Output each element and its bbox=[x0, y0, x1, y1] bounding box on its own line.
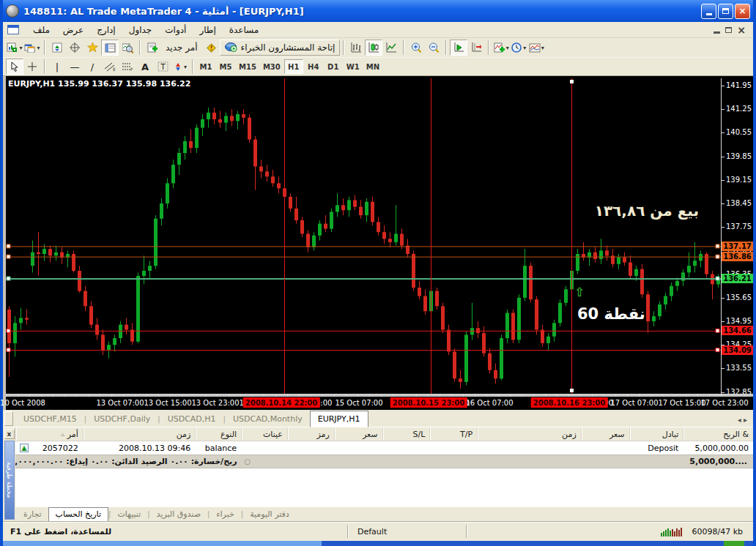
timeframe-button-h1[interactable]: H1 bbox=[284, 59, 303, 74]
expert-advisors-button[interactable]: إتاحة المستشارون الخبراء bbox=[220, 40, 341, 56]
column-header-0[interactable]: ▵أمر bbox=[15, 427, 83, 441]
cursor-tool-button[interactable] bbox=[6, 59, 23, 75]
market-watch-button[interactable] bbox=[48, 40, 66, 56]
price-tick: 135.65 bbox=[726, 293, 752, 302]
candlestick-chart-button[interactable] bbox=[365, 40, 382, 56]
tab-scroll-arrows[interactable]: ◂ ▸ bbox=[733, 416, 752, 427]
templates-button[interactable]: ▾ bbox=[527, 40, 545, 56]
timeframe-button-m15[interactable]: M15 bbox=[236, 59, 259, 74]
bar-chart-button[interactable] bbox=[347, 40, 365, 56]
timeframe-button-m1[interactable]: M1 bbox=[196, 59, 215, 74]
column-header-4[interactable]: رمز bbox=[287, 427, 334, 441]
timeframe-button-m30[interactable]: M30 bbox=[260, 59, 284, 74]
svg-text:!: ! bbox=[210, 45, 212, 52]
periods-button[interactable]: ▾ bbox=[510, 40, 527, 56]
chart-tab-usdcad-monthly[interactable]: USDCAD,Monthly bbox=[226, 412, 310, 427]
equidistant-channel-tool-button[interactable]: E bbox=[101, 59, 119, 75]
horizontal-line-tool-button[interactable]: — bbox=[66, 59, 84, 75]
chart-window-icon[interactable] bbox=[7, 25, 19, 34]
profiles-button[interactable]: ▾ bbox=[23, 40, 41, 56]
column-header-7[interactable]: T/P bbox=[429, 427, 477, 441]
crosshair-tool-button[interactable] bbox=[23, 59, 41, 75]
menu-item-3[interactable]: جداول bbox=[122, 23, 159, 37]
arrows-tool-button[interactable]: ▾ bbox=[171, 59, 189, 75]
mdi-close-icon[interactable]: × bbox=[737, 25, 746, 35]
balance-row[interactable]: ▲20570222008.10.13 09:46balanceDeposit5,… bbox=[15, 441, 753, 455]
indicators-button[interactable]: ▾ bbox=[492, 40, 510, 56]
terminal-tab-5[interactable]: دفتر اليومية bbox=[243, 508, 296, 521]
close-button[interactable]: × bbox=[735, 4, 750, 19]
terminal-tab-1[interactable]: تاريخ الحساب bbox=[48, 507, 108, 521]
time-axis[interactable]: 10 Oct 200813 Oct 07:0013 Oct 15:0013 Oc… bbox=[6, 394, 753, 410]
status-profile[interactable]: Default bbox=[349, 527, 466, 536]
terminal-side-strip: x محطة طرفية bbox=[3, 427, 15, 521]
line-chart-button[interactable] bbox=[382, 40, 400, 56]
candlestick-plot[interactable] bbox=[6, 78, 721, 394]
zoom-in-button[interactable] bbox=[407, 40, 425, 56]
terminal-tab-3[interactable]: صندوق البريد bbox=[150, 508, 207, 521]
mdi-minimize-icon[interactable] bbox=[714, 31, 720, 34]
new-order-button[interactable]: أمر جديد bbox=[161, 42, 202, 53]
row-cell-10: Deposit bbox=[629, 441, 683, 455]
trendline-tool-button[interactable]: / bbox=[84, 59, 101, 75]
data-window-button[interactable] bbox=[66, 40, 84, 56]
terminal-close-icon[interactable]: x bbox=[4, 429, 15, 439]
chart-tab-usdcad-h1[interactable]: USDCAD,H1 bbox=[160, 412, 223, 427]
menu-item-1[interactable]: عرض bbox=[56, 23, 90, 37]
column-header-9[interactable]: سعر bbox=[581, 427, 629, 441]
navigator-button[interactable] bbox=[84, 40, 101, 56]
minimize-button[interactable] bbox=[701, 4, 716, 19]
column-header-10[interactable]: تبادل bbox=[629, 427, 683, 441]
column-header-1[interactable]: زمن bbox=[83, 427, 196, 441]
zoom-out-button[interactable] bbox=[425, 40, 442, 56]
column-header-2[interactable]: النوع bbox=[195, 427, 241, 441]
svg-text:E: E bbox=[113, 67, 116, 72]
account-history-header-row[interactable]: ▵أمرزمنالنوععيناترمزسعرS/LT/Pزمنسعرتبادل… bbox=[15, 427, 753, 441]
mdi-restore-icon[interactable] bbox=[725, 27, 732, 33]
app-icon bbox=[6, 4, 19, 18]
chart-tab-usdchf-m15[interactable]: USDCHF,M15 bbox=[16, 412, 84, 427]
column-header-5[interactable]: سعر bbox=[334, 427, 382, 441]
menu-item-4[interactable]: أدوات bbox=[158, 23, 193, 37]
text-tool-button[interactable]: A bbox=[136, 59, 154, 75]
price-tag-136.86: 136.86 bbox=[722, 252, 753, 261]
price-tick: 133.55 bbox=[726, 364, 752, 372]
chart-shift-button[interactable] bbox=[467, 40, 485, 56]
menu-item-2[interactable]: إدارج bbox=[90, 23, 122, 37]
order-id: 2057022 bbox=[42, 444, 78, 453]
price-tick: 134.95 bbox=[726, 317, 752, 325]
column-header-6[interactable]: S/L bbox=[382, 427, 430, 441]
text-label-tool-button[interactable]: T bbox=[154, 59, 171, 75]
price-tick: 139.85 bbox=[726, 152, 752, 160]
vertical-line-tool-button[interactable]: | bbox=[48, 59, 66, 75]
timeframe-button-w1[interactable]: W1 bbox=[344, 59, 363, 74]
new-order-icon[interactable] bbox=[144, 40, 161, 56]
menu-item-6[interactable]: مساعدة bbox=[223, 23, 266, 37]
column-header-3[interactable]: عينات bbox=[241, 427, 287, 441]
price-tick: 139.15 bbox=[726, 176, 752, 184]
strategy-tester-button[interactable] bbox=[119, 40, 136, 56]
menu-item-5[interactable]: إطار bbox=[193, 23, 222, 37]
auto-scroll-button[interactable] bbox=[450, 40, 467, 56]
fibonacci-tool-button[interactable]: F bbox=[119, 59, 136, 75]
menu-item-0[interactable]: ملف bbox=[26, 23, 56, 37]
new-chart-button[interactable]: ▾ bbox=[6, 40, 23, 56]
chart-tab-usdchf-daily[interactable]: USDCHF,Daily bbox=[86, 412, 158, 427]
row-cell-8 bbox=[477, 441, 581, 455]
chart-area[interactable]: EURJPY,H1 135.99 136.37 135.98 136.22 14… bbox=[3, 76, 753, 410]
row-cell-6 bbox=[382, 441, 430, 455]
column-header-11[interactable]: الربح & bbox=[683, 427, 753, 441]
timeframe-button-mn[interactable]: MN bbox=[363, 59, 382, 74]
metaeditor-button[interactable]: ! bbox=[202, 40, 220, 56]
time-label: 15 Oct 07:00 bbox=[335, 399, 382, 407]
terminal-tab-4[interactable]: خبراء bbox=[210, 508, 240, 521]
restore-button[interactable] bbox=[718, 4, 733, 19]
terminal-tab-0[interactable]: تجارة bbox=[17, 508, 48, 521]
timeframe-button-m5[interactable]: M5 bbox=[216, 59, 235, 74]
column-header-8[interactable]: زمن bbox=[477, 427, 581, 441]
timeframe-button-d1[interactable]: D1 bbox=[324, 59, 343, 74]
terminal-button[interactable] bbox=[101, 40, 119, 56]
terminal-tab-2[interactable]: تنبيهات bbox=[111, 508, 147, 521]
timeframe-button-h4[interactable]: H4 bbox=[304, 59, 323, 74]
chart-tab-eurjpy-h1[interactable]: EURJPY,H1 bbox=[310, 411, 368, 427]
